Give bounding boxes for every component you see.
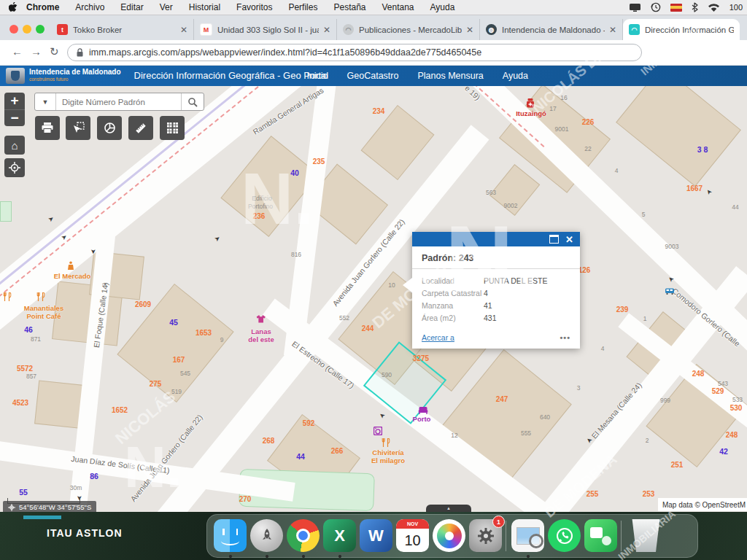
search-button[interactable] bbox=[181, 93, 204, 110]
dock-excel[interactable]: X bbox=[323, 519, 356, 552]
menu-item-historial[interactable]: Historial bbox=[181, 0, 228, 15]
menu-app-name[interactable]: Chrome bbox=[18, 0, 67, 15]
wifi-icon[interactable] bbox=[708, 3, 720, 12]
dock-photos[interactable] bbox=[433, 519, 465, 552]
washer-poi-icon[interactable] bbox=[374, 425, 382, 438]
menu-item-perfiles[interactable]: Perfiles bbox=[280, 0, 325, 15]
map-canvas[interactable]: ➤➤➤➤➤➤➤➤➤➤ Rambla General ArtigasAvenida… bbox=[0, 86, 747, 512]
address-bar[interactable]: imm.maps.arcgis.com/apps/webappviewer/in… bbox=[67, 44, 642, 61]
tab-4[interactable]: ◍Intendencia de Maldonado - U✕ bbox=[480, 19, 623, 40]
keyboard-language-flag-icon[interactable] bbox=[670, 4, 682, 12]
house-number-label: 5 bbox=[642, 211, 646, 218]
time-machine-icon[interactable] bbox=[651, 2, 661, 12]
dock-separator bbox=[621, 521, 622, 551]
popup-maximize-icon[interactable] bbox=[549, 235, 559, 244]
popup-close-icon[interactable]: ✕ bbox=[565, 235, 573, 244]
parcel-number-label: 234 bbox=[373, 107, 385, 115]
dock: XWNOV101 bbox=[206, 514, 698, 558]
tab-5[interactable]: ◠Dirección Información G bbox=[623, 19, 740, 40]
geoportal-header: Intendencia de Maldonado construimos fut… bbox=[0, 65, 747, 86]
tab-close-icon[interactable]: ✕ bbox=[462, 25, 473, 35]
shop-poi-icon[interactable] bbox=[66, 260, 75, 273]
coordinates-text: 54°56'48"W 34°57'55"S bbox=[19, 503, 91, 511]
window-close-button[interactable] bbox=[9, 25, 18, 34]
nav-geocatastro[interactable]: GeoCatastro bbox=[347, 71, 399, 81]
chart-tool-button[interactable] bbox=[97, 116, 122, 140]
popup-row: Manzana41 bbox=[412, 299, 580, 311]
dock-calendar[interactable]: NOV10 bbox=[396, 519, 429, 552]
dock-finder[interactable] bbox=[214, 519, 247, 552]
browser-toolbar: ← → ↻ imm.maps.arcgis.com/apps/webappvie… bbox=[0, 40, 747, 66]
print-tool-button[interactable] bbox=[35, 116, 60, 140]
shirt-poi-icon[interactable] bbox=[257, 313, 266, 326]
zoom-in-button[interactable]: + bbox=[4, 93, 25, 110]
dock-chrome[interactable] bbox=[287, 519, 320, 552]
attribute-label: Carpeta Catastral bbox=[422, 289, 484, 298]
tab-close-icon[interactable]: ✕ bbox=[319, 25, 330, 35]
parcel-number-label: 251 bbox=[671, 461, 684, 469]
dock-launcher[interactable] bbox=[250, 519, 283, 552]
window-zoom-button[interactable] bbox=[36, 25, 44, 34]
nav-planos-mensura[interactable]: Planos Mensura bbox=[417, 71, 483, 81]
popup-attribute-rows: LocalidadPUNTA DEL ESTECarpeta Catastral… bbox=[412, 274, 580, 324]
menu-item-favoritos[interactable]: Favoritos bbox=[228, 0, 280, 15]
dock-trash[interactable] bbox=[630, 519, 662, 552]
parcel-number-label: 2609 bbox=[135, 300, 151, 308]
popup-row: LocalidadPUNTA DEL ESTE bbox=[412, 274, 580, 287]
bus-poi-icon[interactable] bbox=[665, 284, 675, 298]
apple-icon[interactable] bbox=[9, 2, 18, 13]
tab-close-icon[interactable]: ✕ bbox=[176, 25, 187, 35]
tab-title: Intendencia de Maldonado - U bbox=[502, 26, 605, 34]
nav-inicio[interactable]: Inicio bbox=[306, 71, 328, 81]
popup-title: Padrón: 243 bbox=[412, 246, 580, 268]
building bbox=[616, 86, 741, 187]
menu-item-ver[interactable]: Ver bbox=[152, 0, 181, 15]
house-number-label: 871 bbox=[31, 335, 41, 343]
my-location-button[interactable] bbox=[4, 158, 25, 177]
house-number-label: 543 bbox=[718, 380, 728, 387]
zoom-to-link[interactable]: Acercar a bbox=[422, 333, 454, 342]
tab-close-icon[interactable]: ✕ bbox=[605, 25, 616, 35]
nav-ayuda[interactable]: Ayuda bbox=[503, 71, 528, 81]
parcel-number-label: 266 bbox=[331, 447, 344, 455]
house-number-label: 533 bbox=[732, 396, 743, 403]
dock-screenshare[interactable] bbox=[584, 519, 617, 552]
back-button[interactable]: ← bbox=[12, 45, 23, 58]
window-minimize-button[interactable] bbox=[23, 25, 31, 34]
tab-1[interactable]: tTokko Broker✕ bbox=[51, 19, 194, 40]
basemap-gallery-button[interactable] bbox=[160, 116, 185, 140]
house-number-label: 2 bbox=[646, 437, 649, 444]
reload-button[interactable]: ↻ bbox=[50, 45, 59, 58]
dock-word[interactable]: W bbox=[360, 519, 392, 552]
dock-preview[interactable] bbox=[511, 519, 544, 552]
bluetooth-icon[interactable] bbox=[692, 2, 698, 12]
tab-2[interactable]: MUnidad 303 Siglo Sol II - juanc✕ bbox=[194, 19, 337, 40]
house-number-label: 519 bbox=[171, 388, 182, 395]
menu-item-ayuda[interactable]: Ayuda bbox=[422, 0, 463, 15]
tab-3[interactable]: ◠Publicaciones - MercadoLibre✕ bbox=[337, 19, 480, 40]
macos-menu-bar: ChromeArchivoEditarVerHistorialFavoritos… bbox=[0, 0, 747, 15]
home-extent-button[interactable]: ⌂ bbox=[4, 136, 25, 155]
display-mirroring-icon[interactable] bbox=[629, 3, 641, 12]
search-type-dropdown[interactable]: ▼ bbox=[35, 93, 56, 110]
menu-item-pestaña[interactable]: Pestaña bbox=[325, 0, 374, 15]
wallpaper-accent bbox=[23, 516, 61, 519]
dock-settings[interactable]: 1 bbox=[469, 519, 502, 552]
url-text: imm.maps.arcgis.com/apps/webappviewer/in… bbox=[89, 47, 481, 58]
attribute-table-toggle[interactable]: ▲ bbox=[426, 505, 471, 512]
restaurant-poi-icon[interactable] bbox=[4, 291, 12, 304]
parcel-number-label: 239 bbox=[616, 306, 629, 314]
menu-item-archivo[interactable]: Archivo bbox=[67, 0, 112, 15]
forward-button[interactable]: → bbox=[31, 45, 42, 58]
running-indicator bbox=[527, 555, 530, 558]
zoom-out-button[interactable]: − bbox=[4, 110, 25, 127]
restaurant-poi-icon[interactable] bbox=[37, 291, 45, 304]
search-input[interactable] bbox=[56, 93, 181, 110]
popup-more-actions[interactable]: ••• bbox=[560, 333, 570, 342]
measure-tool-button[interactable] bbox=[128, 116, 153, 140]
dock-whatsapp[interactable] bbox=[548, 519, 581, 552]
menu-item-ventana[interactable]: Ventana bbox=[374, 0, 422, 15]
select-tool-button[interactable] bbox=[66, 116, 90, 140]
menu-item-editar[interactable]: Editar bbox=[112, 0, 151, 15]
parcel-number-label: 5572 bbox=[17, 365, 33, 373]
